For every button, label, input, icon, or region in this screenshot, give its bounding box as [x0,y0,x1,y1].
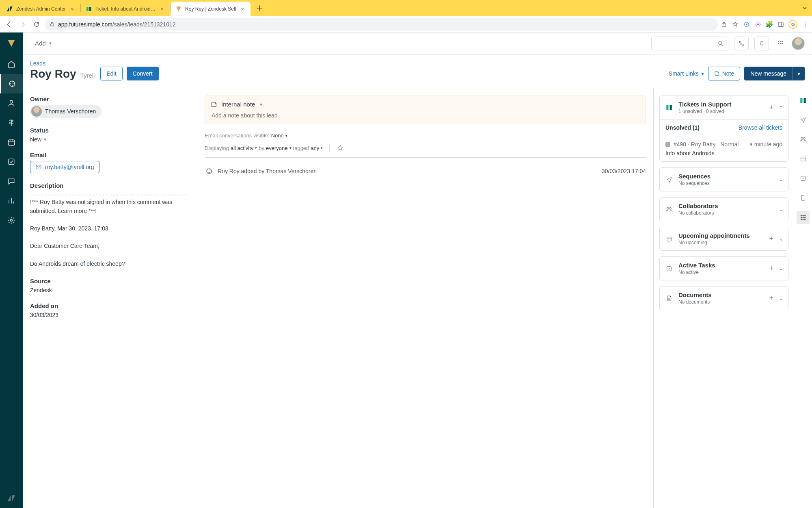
nav-leads[interactable] [0,74,23,93]
context-rail [794,88,812,508]
unsolved-header: Unsolved (1) [665,124,700,131]
reload-button[interactable] [31,19,42,30]
context-document-icon[interactable] [797,191,810,204]
phone-button[interactable] [734,37,749,50]
context-support-icon[interactable] [797,94,810,107]
filter-tag[interactable]: any [311,145,319,151]
add-document-button[interactable]: + [769,294,773,302]
apps-grid-button[interactable] [775,37,786,50]
browser-tab-0[interactable]: Zendesk Admin Center × [2,2,80,16]
nav-comms[interactable] [0,172,23,191]
close-icon[interactable]: × [239,6,246,12]
smart-links-dropdown[interactable]: Smart Links ▾ [669,70,704,77]
context-task-icon[interactable] [797,172,810,185]
context-people-icon[interactable] [797,133,810,146]
nav-calendar[interactable] [0,132,23,152]
expand-icon[interactable]: ⌄ [779,177,783,182]
expand-icon[interactable]: ⌄ [779,266,783,271]
sell-logo[interactable] [0,33,23,54]
sidepanel-icon[interactable] [777,21,784,28]
svg-line-14 [756,22,757,23]
new-message-button[interactable]: New message [744,67,793,80]
new-message-dropdown[interactable]: ▾ [793,67,805,80]
status-dropdown[interactable]: New ▾ [30,136,190,143]
convert-button[interactable]: Convert [127,67,159,80]
browser-tab-title: Roy Roy | Zendesk Sell [185,6,236,12]
breadcrumb-leads[interactable]: Leads [30,60,95,67]
context-calendar-icon[interactable] [797,152,810,165]
browser-tab-2[interactable]: Roy Roy | Zendesk Sell × [171,2,251,16]
expand-icon[interactable]: ⌄ [779,206,783,212]
expand-icon[interactable]: ⌄ [779,236,783,242]
collapse-icon[interactable]: ⌃ [779,105,783,111]
expand-icon[interactable]: ⌄ [779,295,783,301]
extension-icon-2[interactable] [754,21,762,28]
browser-tab-1[interactable]: Ticket: Info about Androids – V × [81,2,170,16]
owner-chip[interactable]: Thomas Verschoren [30,105,102,118]
tabs-overflow-button[interactable] [797,6,812,11]
card-subtext: No documents [678,299,764,305]
nav-settings[interactable] [0,211,23,230]
context-apps-icon[interactable] [797,211,810,224]
ticket-item[interactable]: #498 · Roy Batty · Normal a minute ago I… [660,136,788,161]
source-value: Zendesk [30,287,190,293]
share-icon[interactable] [720,21,728,28]
edit-button[interactable]: Edit [100,67,122,80]
add-ticket-button[interactable]: + [769,103,773,112]
chevron-down-icon: ▾ [701,70,704,77]
add-button[interactable]: Add ▾ [35,40,52,47]
added-on-label: Added on [30,302,190,309]
ticket-time: a minute ago [749,141,782,148]
profile-avatar[interactable] [792,37,805,50]
close-icon[interactable]: × [69,6,76,12]
card-subtext: 1 unsolved · 0 solved [678,109,764,114]
lock-icon [50,22,55,27]
svg-rect-51 [804,215,806,216]
support-icon [665,104,674,111]
email-vis-value[interactable]: None [271,132,284,139]
svg-marker-26 [8,495,11,501]
zendesk-footer-icon[interactable] [0,488,23,508]
bookmark-star-icon[interactable] [732,21,739,28]
profile-settings-icon[interactable]: ⚙ [788,20,797,29]
nav-contacts[interactable] [0,93,23,113]
search-input[interactable] [651,37,728,50]
note-type-label: Internal note [221,101,255,108]
nav-reports[interactable] [0,191,23,211]
add-task-button[interactable]: + [769,264,773,273]
note-button[interactable]: Note [708,67,741,80]
task-icon [665,265,674,272]
note-composer[interactable]: Internal note ▾ [205,96,646,124]
nav-home[interactable] [0,54,23,74]
browser-menu-icon[interactable]: ⋮ [801,21,809,28]
star-filter-button[interactable] [329,144,344,152]
filter-activity[interactable]: all activity [231,145,253,151]
envelope-icon [35,164,42,170]
browse-tickets-link[interactable]: Browse all tickets [739,124,782,131]
chevron-down-icon[interactable]: ▾ [260,102,262,107]
browser-tab-title: Zendesk Admin Center [16,6,66,12]
address-bar[interactable]: app.futuresimple.com/sales/leads/2151321… [45,18,718,30]
main-nav-rail [0,33,23,508]
forward-button[interactable] [17,19,28,30]
extension-icon-1[interactable] [743,21,750,28]
close-icon[interactable]: × [159,6,165,12]
chevron-down-icon: ▾ [44,137,46,142]
svg-point-8 [746,24,747,25]
svg-line-16 [756,25,757,26]
svg-marker-0 [7,7,9,11]
email-link[interactable]: roy.batty@tyrell.org [30,161,99,173]
svg-marker-20 [8,40,15,47]
ticket-subject: Info about Androids [665,150,782,156]
filter-user[interactable]: everyone [266,145,287,151]
new-tab-button[interactable] [254,2,265,14]
notifications-button[interactable] [754,37,769,50]
context-send-icon[interactable] [797,113,810,126]
extensions-icon[interactable]: 🧩 [766,21,773,28]
add-appointment-button[interactable]: + [769,234,773,243]
svg-rect-43 [800,98,802,103]
note-input[interactable] [211,112,640,119]
nav-deals[interactable] [0,113,23,132]
back-button[interactable] [3,19,15,30]
nav-tasks[interactable] [0,152,23,172]
